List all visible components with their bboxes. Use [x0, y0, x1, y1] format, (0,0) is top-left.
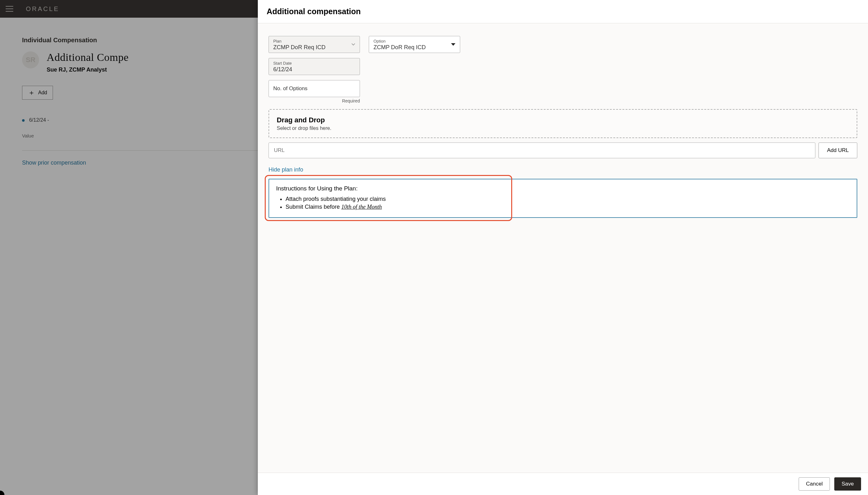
- plan-info-title: Instructions for Using the Plan:: [276, 185, 850, 192]
- cancel-button[interactable]: Cancel: [799, 477, 830, 491]
- plan-info-bullet: Submit Claims before 10th of the Month: [285, 204, 850, 210]
- plan-value: ZCMP DoR Req ICD: [273, 44, 355, 51]
- num-options-label: No. of Options: [273, 85, 355, 92]
- plan-info-bullet: Attach proofs substantiating your claims: [285, 196, 850, 202]
- caret-down-icon: [451, 43, 455, 46]
- hide-plan-info-link[interactable]: Hide plan info: [268, 167, 303, 173]
- start-date-value: 6/12/24: [273, 66, 355, 73]
- dropzone-subtitle: Select or drop files here.: [277, 125, 849, 131]
- plan-label: Plan: [273, 39, 355, 44]
- start-date-label: Start Date: [273, 61, 355, 66]
- plan-info-box: Instructions for Using the Plan: Attach …: [268, 179, 857, 218]
- url-input[interactable]: [268, 142, 815, 158]
- option-select[interactable]: Option ZCMP DoR Req ICD: [369, 36, 460, 53]
- option-label: Option: [374, 39, 455, 44]
- chevron-down-icon: [351, 43, 355, 46]
- file-dropzone[interactable]: Drag and Drop Select or drop files here.: [268, 109, 857, 138]
- drawer-title: Additional compensation: [267, 7, 859, 16]
- required-hint: Required: [268, 98, 360, 103]
- num-options-input[interactable]: No. of Options: [268, 80, 360, 97]
- dropzone-title: Drag and Drop: [277, 116, 849, 124]
- save-button[interactable]: Save: [834, 477, 861, 491]
- option-value: ZCMP DoR Req ICD: [374, 44, 455, 51]
- start-date-field[interactable]: Start Date 6/12/24: [268, 58, 360, 75]
- plan-select[interactable]: Plan ZCMP DoR Req ICD: [268, 36, 360, 53]
- add-url-button[interactable]: Add URL: [818, 142, 857, 158]
- side-drawer: Additional compensation Plan ZCMP DoR Re…: [258, 0, 868, 495]
